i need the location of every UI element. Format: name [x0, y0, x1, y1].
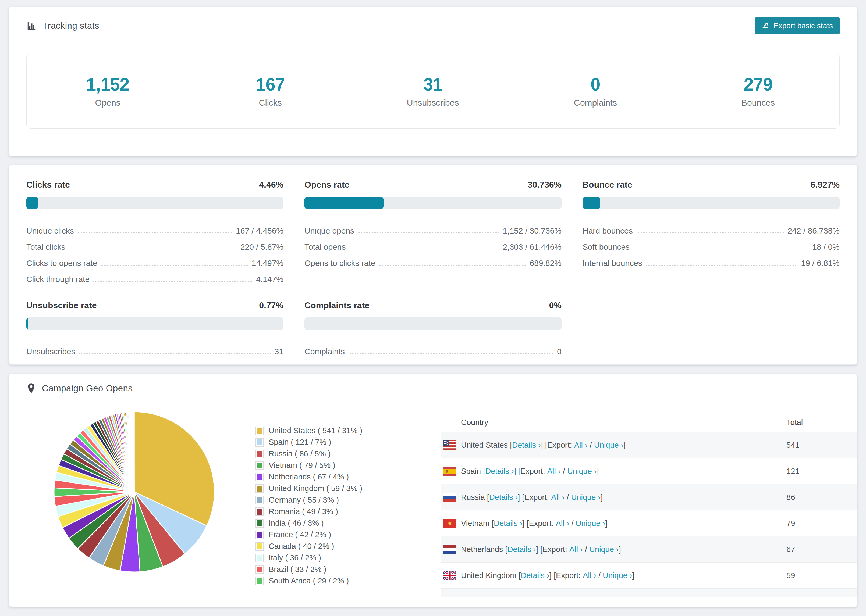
rate-detail-row: Opens to clicks rate689.82%: [304, 251, 562, 268]
details-link[interactable]: Details ›: [521, 571, 549, 580]
country-name: United Kingdom: [461, 571, 516, 580]
rate-progress-fill: [26, 317, 28, 330]
flag-us-icon: [444, 440, 456, 450]
export-unique-link[interactable]: Unique ›: [567, 467, 597, 476]
details-link[interactable]: Details ›: [507, 545, 536, 554]
rate-section-percent: 0.77%: [259, 300, 283, 310]
bracket: ] [: [536, 545, 542, 554]
stat-label: Complaints: [574, 98, 617, 108]
export-all-link[interactable]: All ›: [551, 493, 565, 502]
geo-table-row-nl: Netherlands [Details ›] [Export: All › /…: [441, 536, 857, 562]
rate-detail-value: 220 / 5.87%: [241, 242, 283, 251]
geo-opens-card: Campaign Geo Opens United States ( 541 /…: [9, 374, 857, 607]
legend-swatch: [255, 565, 264, 574]
export-prefix: Export:: [520, 467, 547, 476]
rate-detail-label: Unsubscribes: [26, 347, 75, 356]
rate-section-complaints-rate: Complaints rate0%Complaints0: [304, 300, 562, 356]
details-link[interactable]: Details ›: [497, 597, 526, 598]
rate-detail-value: 167 / 4.456%: [236, 226, 283, 236]
export-prefix: Export:: [556, 571, 583, 580]
rate-detail-rows: Unique clicks167 / 4.456%Total clicks220…: [26, 219, 283, 284]
legend-label: Germany ( 55 / 3% ): [269, 496, 339, 504]
details-link[interactable]: Details ›: [512, 441, 540, 449]
legend-item-spain: Spain ( 121 / 7% ): [255, 437, 362, 448]
legend-swatch: [255, 508, 264, 516]
rate-detail-label: Click through rate: [26, 275, 90, 284]
export-all-link[interactable]: All ›: [556, 519, 569, 528]
rate-section-percent: 6.927%: [810, 180, 840, 190]
rate-detail-value: 14.497%: [252, 259, 283, 268]
export-all-link[interactable]: All ›: [583, 571, 596, 580]
geo-row-main: Russia [Details ›] [Export: All › / Uniq…: [441, 493, 786, 502]
stat-value: 1,152: [86, 74, 129, 94]
export-all-link[interactable]: All ›: [574, 441, 587, 449]
rate-detail-value: 1,152 / 30.736%: [503, 226, 562, 236]
legend-swatch: [255, 449, 264, 458]
export-unique-link[interactable]: Unique ›: [576, 519, 605, 528]
rate-section-percent: 30.736%: [527, 180, 562, 190]
legend-label: Netherlands ( 67 / 4% ): [269, 473, 349, 481]
export-unique-link[interactable]: Unique ›: [589, 545, 619, 554]
geo-table-row-gb: United Kingdom [Details ›] [Export: All …: [441, 562, 857, 588]
summary-stats-row: 1,152Opens167Clicks31Unsubscribes0Compla…: [26, 53, 840, 129]
country-column-header: Country: [441, 418, 786, 427]
dotted-leader: [358, 233, 499, 233]
legend-swatch: [255, 496, 264, 504]
rate-detail-rows: Unsubscribes31: [26, 340, 283, 356]
details-link[interactable]: Details ›: [489, 493, 518, 502]
slash-separator: /: [583, 545, 589, 554]
export-unique-link[interactable]: Unique ›: [571, 493, 601, 502]
bracket: ]: [609, 597, 611, 598]
rate-detail-row: Total opens2,303 / 61.446%: [304, 236, 562, 251]
export-icon: [762, 21, 770, 31]
export-all-link[interactable]: All ›: [569, 545, 583, 554]
stat-complaints: 0Complaints: [514, 53, 677, 129]
country-total: 541: [786, 441, 857, 449]
rate-section-title: Unsubscribe rate: [26, 300, 96, 310]
legend-swatch: [255, 461, 264, 470]
legend-label: Spain ( 121 / 7% ): [269, 438, 331, 447]
export-unique-link[interactable]: Unique ›: [594, 441, 624, 449]
stat-label: Bounces: [742, 98, 775, 108]
stat-label: Clicks: [259, 98, 282, 108]
geo-opens-table: Country Total United States [Details ›] …: [441, 413, 857, 597]
export-all-link[interactable]: All ›: [559, 597, 573, 598]
stat-opens: 1,152Opens: [27, 53, 189, 129]
rate-detail-label: Hard bounces: [583, 226, 633, 236]
export-basic-stats-button[interactable]: Export basic stats: [755, 17, 840, 34]
export-unique-link[interactable]: Unique ›: [603, 571, 632, 580]
geo-table-row-es: Spain [Details ›] [Export: All › / Uniqu…: [441, 458, 857, 484]
geo-opens-header: Campaign Geo Opens: [9, 374, 857, 404]
legend-swatch: [255, 484, 264, 493]
geo-row-main: Spain [Details ›] [Export: All › / Uniqu…: [441, 467, 786, 476]
details-link[interactable]: Details ›: [494, 519, 522, 528]
rate-section-header: Unsubscribe rate0.77%: [26, 300, 283, 310]
export-unique-link[interactable]: Unique ›: [579, 597, 609, 598]
legend-swatch: [255, 554, 264, 562]
stat-label: Unsubscribes: [407, 98, 459, 108]
legend-item-russia: Russia ( 86 / 5% ): [255, 448, 362, 460]
export-prefix: Export:: [532, 597, 559, 598]
stat-value: 0: [590, 74, 600, 94]
rate-detail-value: 0: [557, 347, 562, 356]
bracket: ] [: [514, 467, 520, 476]
legend-item-united-kingdom: United Kingdom ( 59 / 3% ): [255, 483, 362, 494]
rate-section-opens-rate: Opens rate30.736%Unique opens1,152 / 30.…: [304, 180, 562, 284]
geo-opens-title: Campaign Geo Opens: [42, 383, 132, 393]
geo-opens-pie-chart: [48, 406, 220, 578]
details-link[interactable]: Details ›: [485, 467, 514, 476]
export-all-link[interactable]: All ›: [547, 467, 561, 476]
rate-section-title: Bounce rate: [583, 180, 632, 190]
rate-section-header: Opens rate30.736%: [304, 180, 562, 190]
rate-section-bounce-rate: Bounce rate6.927%Hard bounces242 / 86.73…: [583, 180, 840, 284]
rate-section-percent: 0%: [549, 300, 562, 310]
geo-row-main: Netherlands [Details ›] [Export: All › /…: [441, 545, 786, 554]
stat-label: Opens: [95, 98, 120, 108]
rate-section-header: Complaints rate0%: [304, 300, 562, 310]
stat-clicks: 167Clicks: [189, 53, 351, 129]
legend-item-romania: Romania ( 49 / 3% ): [255, 506, 362, 517]
bracket: ]: [601, 493, 603, 502]
rate-section-title: Opens rate: [304, 180, 350, 190]
rate-detail-label: Internal bounces: [583, 259, 642, 268]
rate-progress-bar: [304, 317, 562, 330]
